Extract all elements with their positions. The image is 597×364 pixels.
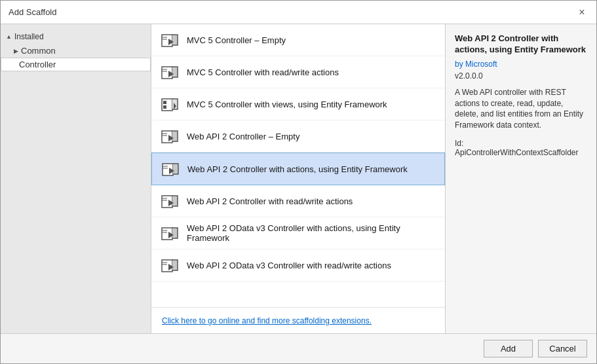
scaffold-list: MVC 5 Controller – Empty MVC 5 Controll <box>151 24 445 307</box>
tree-common[interactable]: ▶ Common <box>1 44 151 58</box>
add-scaffold-dialog: Add Scaffold × ▲ Installed ▶ Common Cont… <box>0 0 597 364</box>
common-expand-icon: ▶ <box>14 48 18 54</box>
scaffold-icon-6 <box>159 191 180 211</box>
scaffold-icon-1 <box>159 29 180 50</box>
add-button[interactable]: Add <box>484 340 533 357</box>
left-panel: ▲ Installed ▶ Common Controller <box>1 24 151 333</box>
online-link[interactable]: Click here to go online and find more sc… <box>162 316 372 325</box>
scaffold-item-name-1: MVC 5 Controller – Empty <box>187 35 286 45</box>
scaffold-icon-4 <box>159 126 180 147</box>
svg-rect-7 <box>163 101 166 104</box>
installed-text: Installed <box>14 32 44 41</box>
middle-panel: MVC 5 Controller – Empty MVC 5 Controll <box>151 24 446 333</box>
scaffold-icon-2 <box>159 62 180 82</box>
common-label: Common <box>21 46 56 56</box>
svg-rect-6 <box>162 99 172 111</box>
right-panel: Web API 2 Controller with actions, using… <box>446 24 596 333</box>
scaffold-item-1[interactable]: MVC 5 Controller – Empty <box>151 24 445 56</box>
detail-description: A Web API controller with REST actions t… <box>455 87 587 131</box>
scaffold-item-name-2: MVC 5 Controller with read/write actions <box>187 67 339 77</box>
scaffold-icon-7 <box>159 223 180 244</box>
scaffold-item-2[interactable]: MVC 5 Controller with read/write actions <box>151 56 445 88</box>
scaffold-item-name-6: Web API 2 Controller with read/write act… <box>187 196 353 206</box>
scaffold-item-name-3: MVC 5 Controller with views, using Entit… <box>187 100 387 109</box>
installed-label: ▲ Installed <box>1 29 151 44</box>
dialog-footer: Add Cancel <box>1 333 596 363</box>
scaffold-icon-8 <box>159 255 180 276</box>
online-link-container: Click here to go online and find more sc… <box>151 307 445 333</box>
svg-rect-8 <box>163 105 166 109</box>
scaffold-item-3[interactable]: MVC 5 Controller with views, using Entit… <box>151 88 445 120</box>
detail-id: Id: ApiControllerWithContextScaffolder <box>455 139 587 157</box>
scaffold-item-name-7: Web API 2 OData v3 Controller with actio… <box>187 223 437 243</box>
dialog-content: ▲ Installed ▶ Common Controller <box>1 24 596 333</box>
controller-label: Controller <box>19 60 56 69</box>
scaffold-item-8[interactable]: Web API 2 OData v3 Controller with read/… <box>151 249 445 282</box>
scaffold-item-name-8: Web API 2 OData v3 Controller with read/… <box>187 261 391 270</box>
tree-controller[interactable]: Controller <box>1 58 151 71</box>
scaffold-item-5[interactable]: Web API 2 Controller with actions, using… <box>151 153 445 185</box>
dialog-title: Add Scaffold <box>9 7 56 17</box>
cancel-button[interactable]: Cancel <box>538 340 587 357</box>
scaffold-icon-3 <box>159 94 180 115</box>
detail-author: by Microsoft <box>455 60 587 69</box>
scaffold-icon-5 <box>160 158 181 179</box>
detail-title: Web API 2 Controller with actions, using… <box>455 33 587 56</box>
close-button[interactable]: × <box>575 6 588 19</box>
expand-triangle: ▲ <box>6 33 12 40</box>
scaffold-item-name-5: Web API 2 Controller with actions, using… <box>187 164 408 174</box>
detail-version: v2.0.0.0 <box>455 71 587 81</box>
scaffold-item-4[interactable]: Web API 2 Controller – Empty <box>151 120 445 153</box>
scaffold-item-6[interactable]: Web API 2 Controller with read/write act… <box>151 185 445 217</box>
title-bar: Add Scaffold × <box>1 1 596 24</box>
scaffold-item-name-4: Web API 2 Controller – Empty <box>187 132 299 141</box>
scaffold-item-7[interactable]: Web API 2 OData v3 Controller with actio… <box>151 217 445 249</box>
